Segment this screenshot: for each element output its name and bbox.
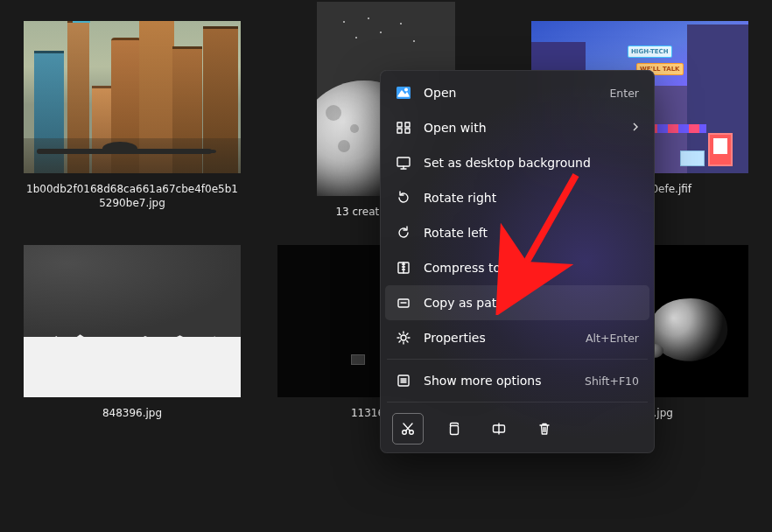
open-with-icon <box>396 120 411 136</box>
menu-set-background[interactable]: Set as desktop background <box>385 145 649 180</box>
menu-accelerator: Enter <box>609 87 639 100</box>
svg-point-1 <box>405 88 408 91</box>
sign-text: HIGH-TECH <box>628 46 672 58</box>
menu-show-more-options[interactable]: Show more options Shift+F10 <box>385 363 649 398</box>
menu-label: Rotate left <box>424 226 639 240</box>
file-label: 1b00db2f0168d68ca661a67cbe4f0e5b15290be7… <box>24 182 241 210</box>
zip-icon <box>396 260 411 276</box>
cut-button[interactable] <box>392 413 424 444</box>
menu-compress-zip[interactable]: Compress to ZIP file <box>385 250 649 285</box>
menu-divider <box>387 359 648 360</box>
svg-rect-2 <box>397 122 402 127</box>
svg-rect-3 <box>405 122 410 127</box>
menu-open-with[interactable]: Open with <box>385 110 649 145</box>
properties-icon <box>396 330 411 346</box>
menu-toolbar <box>385 406 649 448</box>
more-options-icon <box>396 373 411 388</box>
menu-rotate-right[interactable]: Rotate right <box>385 180 649 215</box>
file-item[interactable]: 1b00db2f0168d68ca661a67cbe4f0e5b15290be7… <box>23 21 242 219</box>
copy-button[interactable] <box>438 413 469 444</box>
menu-divider <box>387 402 648 402</box>
menu-open[interactable]: Open Enter <box>385 75 649 110</box>
copy-path-icon <box>396 295 411 311</box>
menu-accelerator: Alt+Enter <box>586 332 639 345</box>
rotate-left-icon <box>396 225 411 241</box>
menu-rotate-left[interactable]: Rotate left <box>385 215 649 250</box>
thumbnail <box>24 21 241 173</box>
menu-label: Open <box>424 86 609 100</box>
menu-copy-as-path[interactable]: Copy as path <box>385 285 649 320</box>
menu-label: Compress to ZIP file <box>424 261 639 275</box>
menu-label: Show more options <box>424 374 585 388</box>
menu-accelerator: Shift+F10 <box>585 374 639 388</box>
menu-label: Properties <box>424 331 586 345</box>
menu-properties[interactable]: Properties Alt+Enter <box>385 320 649 355</box>
rename-button[interactable] <box>483 413 515 444</box>
menu-label: Copy as path <box>424 296 639 310</box>
thumbnail <box>24 245 241 397</box>
rotate-right-icon <box>396 190 411 206</box>
menu-label: Rotate right <box>424 191 639 205</box>
file-label: 848396.jpg <box>102 406 162 420</box>
svg-rect-4 <box>397 129 402 133</box>
desktop-icon <box>396 155 411 171</box>
file-item[interactable]: 848396.jpg <box>23 245 242 420</box>
delete-button[interactable] <box>529 413 560 444</box>
menu-label: Set as desktop background <box>424 156 639 170</box>
svg-rect-6 <box>397 158 410 166</box>
chevron-right-icon <box>632 122 639 134</box>
open-icon <box>396 85 411 101</box>
svg-rect-5 <box>405 129 410 133</box>
svg-rect-13 <box>451 426 459 435</box>
context-menu: Open Enter Open with Set as desktop back… <box>380 70 655 453</box>
menu-label: Open with <box>424 121 627 135</box>
svg-point-9 <box>401 335 406 340</box>
